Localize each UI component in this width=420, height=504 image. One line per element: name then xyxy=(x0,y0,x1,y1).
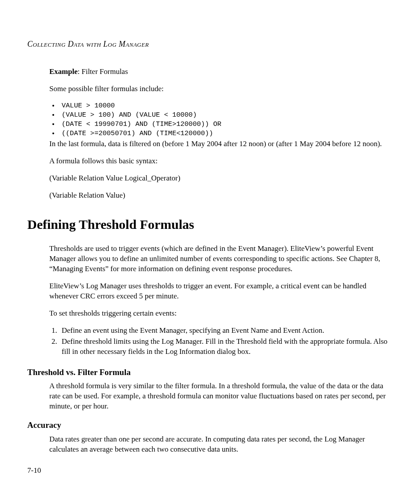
list-item: ((DATE >=20050701) AND (TIME<120000)) xyxy=(49,129,394,138)
example-label-rest: : Filter Formulas xyxy=(77,67,128,76)
page: Collecting Data with Log Manager Example… xyxy=(0,0,420,504)
syntax-line-2: (Variable Relation Value) xyxy=(49,191,394,201)
section-p2: EliteView’s Log Manager uses thresholds … xyxy=(49,281,394,302)
section-p1: Thresholds are used to trigger events (w… xyxy=(49,244,394,274)
subheading-accuracy: Accuracy xyxy=(27,419,394,431)
steps-list: Define an event using the Event Manager,… xyxy=(49,326,394,357)
list-item: VALUE > 10000 xyxy=(49,101,394,110)
syntax-intro: A formula follows this basic syntax: xyxy=(49,156,394,166)
example-block: Example: Filter Formulas Some possible f… xyxy=(49,67,394,200)
list-item: Define threshold limits using the Log Ma… xyxy=(59,337,394,357)
sub2-body-wrap: Data rates greater than one per second a… xyxy=(49,434,394,455)
example-label: Example: Filter Formulas xyxy=(49,67,394,77)
list-item: (DATE < 19990701) AND (TIME>120000)) OR xyxy=(49,120,394,129)
page-number: 7-10 xyxy=(27,466,41,476)
running-head: Collecting Data with Log Manager xyxy=(27,39,394,49)
example-after: In the last formula, data is filtered on… xyxy=(49,139,394,149)
example-label-bold: Example xyxy=(49,67,77,76)
sub2-body: Data rates greater than one per second a… xyxy=(49,434,394,455)
section-body: Thresholds are used to trigger events (w… xyxy=(49,244,394,357)
list-item: (VALUE > 100) AND (VALUE < 10000) xyxy=(49,110,394,120)
sub1-body-wrap: A threshold formula is very similar to t… xyxy=(49,381,394,412)
syntax-line-1: (Variable Relation Value Logical_Operato… xyxy=(49,173,394,184)
subheading-threshold-vs-filter: Threshold vs. Filter Formula xyxy=(27,367,394,378)
example-intro: Some possible filter formulas include: xyxy=(49,84,394,94)
list-item: Define an event using the Event Manager,… xyxy=(59,326,394,336)
example-bullets: VALUE > 10000 (VALUE > 100) AND (VALUE <… xyxy=(49,101,394,138)
sub1-body: A threshold formula is very similar to t… xyxy=(49,381,394,412)
section-title: Defining Threshold Formulas xyxy=(27,216,394,234)
section-p3: To set thresholds triggering certain eve… xyxy=(49,309,394,319)
